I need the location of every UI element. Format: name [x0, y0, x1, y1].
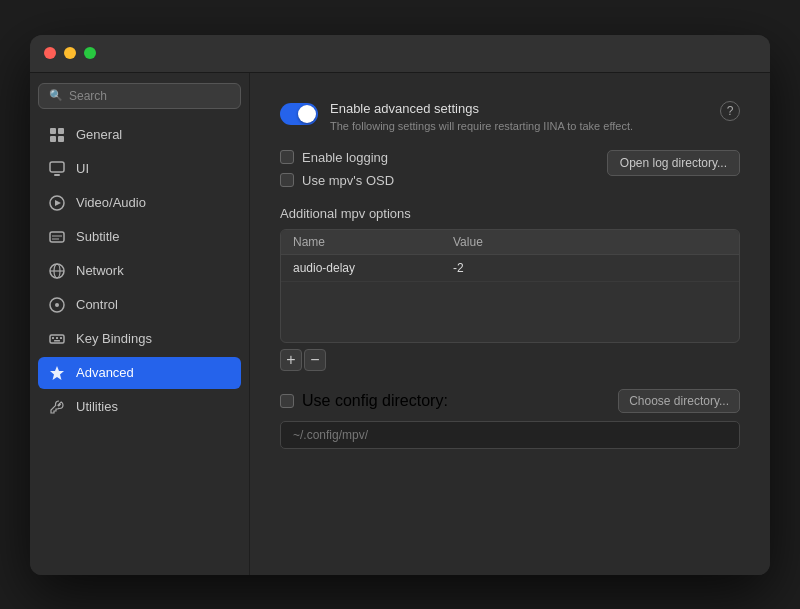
sidebar-item-utilities-label: Utilities — [76, 399, 118, 414]
preferences-window: 🔍 Search General — [30, 35, 770, 575]
sidebar-item-control[interactable]: Control — [38, 289, 241, 321]
sidebar-item-key-bindings[interactable]: Key Bindings — [38, 323, 241, 355]
svg-point-15 — [55, 303, 59, 307]
search-box[interactable]: 🔍 Search — [38, 83, 241, 109]
open-log-directory-button[interactable]: Open log directory... — [607, 150, 740, 176]
enable-logging-row[interactable]: Enable logging — [280, 150, 394, 165]
sidebar-item-advanced-label: Advanced — [76, 365, 134, 380]
sidebar-item-key-bindings-label: Key Bindings — [76, 331, 152, 346]
ui-icon — [48, 160, 66, 178]
sidebar-item-utilities[interactable]: Utilities — [38, 391, 241, 423]
sidebar-item-general[interactable]: General — [38, 119, 241, 151]
search-input[interactable]: Search — [69, 89, 230, 103]
control-icon — [48, 296, 66, 314]
sidebar-item-subtitle[interactable]: Subtitle — [38, 221, 241, 253]
toggle-text-group: Enable advanced settings The following s… — [330, 101, 633, 132]
toggle-left: Enable advanced settings The following s… — [280, 101, 633, 132]
main-panel: Enable advanced settings The following s… — [250, 73, 770, 575]
svg-marker-7 — [55, 200, 61, 206]
svg-rect-2 — [50, 136, 56, 142]
use-mpv-osd-checkbox[interactable] — [280, 173, 294, 187]
svg-rect-1 — [58, 128, 64, 134]
use-config-dir-checkbox[interactable] — [280, 394, 294, 408]
toggle-knob — [298, 105, 316, 123]
subtitle-icon — [48, 228, 66, 246]
sidebar-item-subtitle-label: Subtitle — [76, 229, 119, 244]
use-mpv-osd-label: Use mpv's OSD — [302, 173, 394, 188]
advanced-settings-toggle-row: Enable advanced settings The following s… — [280, 101, 740, 132]
table-header: Name Value — [281, 230, 739, 255]
use-config-dir-label: Use config directory: — [302, 392, 448, 410]
maximize-button[interactable] — [84, 47, 96, 59]
remove-mpv-option-button[interactable]: − — [304, 349, 326, 371]
advanced-icon — [48, 364, 66, 382]
choose-directory-button[interactable]: Choose directory... — [618, 389, 740, 413]
video-audio-icon — [48, 194, 66, 212]
svg-rect-20 — [54, 340, 60, 342]
config-path-display: ~/.config/mpv/ — [280, 421, 740, 449]
svg-rect-0 — [50, 128, 56, 134]
svg-rect-18 — [56, 337, 58, 339]
col-value-header: Value — [453, 235, 727, 249]
sidebar-item-network[interactable]: Network — [38, 255, 241, 287]
add-mpv-option-button[interactable]: + — [280, 349, 302, 371]
sidebar-item-ui[interactable]: UI — [38, 153, 241, 185]
svg-marker-21 — [50, 366, 64, 380]
enable-logging-checkbox[interactable] — [280, 150, 294, 164]
search-icon: 🔍 — [49, 89, 63, 102]
config-dir-left: Use config directory: — [280, 392, 448, 410]
svg-rect-8 — [50, 232, 64, 242]
cell-value-audio-delay: -2 — [453, 261, 727, 275]
help-button[interactable]: ? — [720, 101, 740, 121]
mpv-options-title: Additional mpv options — [280, 206, 740, 221]
config-dir-section: Use config directory: Choose directory..… — [280, 389, 740, 449]
sidebar-item-control-label: Control — [76, 297, 118, 312]
enable-logging-label: Enable logging — [302, 150, 388, 165]
sidebar-item-ui-label: UI — [76, 161, 89, 176]
svg-rect-19 — [60, 337, 62, 339]
svg-rect-4 — [50, 162, 64, 172]
table-actions: + − — [280, 349, 740, 371]
sidebar-item-advanced[interactable]: Advanced — [38, 357, 241, 389]
table-row[interactable]: audio-delay -2 — [281, 255, 739, 282]
table-empty-area — [281, 282, 739, 342]
sidebar-item-general-label: General — [76, 127, 122, 142]
mpv-options-table: Name Value audio-delay -2 — [280, 229, 740, 343]
col-name-header: Name — [293, 235, 453, 249]
svg-rect-3 — [58, 136, 64, 142]
mpv-options-section: Additional mpv options Name Value audio-… — [280, 206, 740, 371]
general-icon — [48, 126, 66, 144]
checkboxes-group: Enable logging Use mpv's OSD — [280, 150, 394, 188]
toggle-subtitle: The following settings will require rest… — [330, 120, 633, 132]
use-mpv-osd-row[interactable]: Use mpv's OSD — [280, 173, 394, 188]
close-button[interactable] — [44, 47, 56, 59]
sidebar-item-video-audio-label: Video/Audio — [76, 195, 146, 210]
config-dir-row: Use config directory: Choose directory..… — [280, 389, 740, 413]
sidebar: 🔍 Search General — [30, 73, 250, 575]
titlebar — [30, 35, 770, 73]
window-content: 🔍 Search General — [30, 73, 770, 575]
minimize-button[interactable] — [64, 47, 76, 59]
utilities-icon — [48, 398, 66, 416]
svg-rect-5 — [54, 174, 60, 176]
cell-name-audio-delay: audio-delay — [293, 261, 453, 275]
toggle-title: Enable advanced settings — [330, 101, 633, 116]
network-icon — [48, 262, 66, 280]
sidebar-item-video-audio[interactable]: Video/Audio — [38, 187, 241, 219]
key-bindings-icon — [48, 330, 66, 348]
svg-rect-17 — [52, 337, 54, 339]
sidebar-item-network-label: Network — [76, 263, 124, 278]
enable-advanced-toggle[interactable] — [280, 103, 318, 125]
